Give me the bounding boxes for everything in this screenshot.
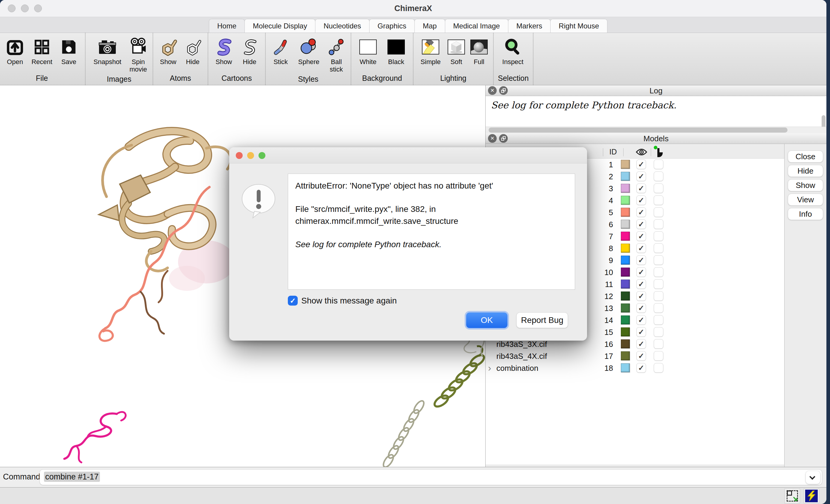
model-shown-checkbox[interactable] xyxy=(636,327,646,337)
model-selected-checkbox[interactable] xyxy=(654,171,663,181)
log-horizontal-scrollbar[interactable] xyxy=(486,127,826,133)
model-row-17[interactable]: rib43aS_4X.cif17 xyxy=(486,350,784,362)
model-selected-checkbox[interactable] xyxy=(654,267,663,277)
spin-movie-button[interactable]: Spin movie xyxy=(128,37,149,73)
model-selected-checkbox[interactable] xyxy=(654,291,663,301)
inspect-button[interactable]: Inspect xyxy=(498,37,528,66)
log-titlebar[interactable]: ✕ Log xyxy=(486,85,826,96)
model-selected-checkbox[interactable] xyxy=(654,339,663,349)
model-selected-checkbox[interactable] xyxy=(654,315,663,325)
command-history-chevron-icon[interactable] xyxy=(806,471,820,484)
tab-molecule-display[interactable]: Molecule Display xyxy=(245,19,315,33)
model-color-swatch[interactable] xyxy=(621,363,630,372)
model-shown-checkbox[interactable] xyxy=(636,363,646,373)
model-shown-checkbox[interactable] xyxy=(636,184,646,193)
model-color-swatch[interactable] xyxy=(621,315,630,324)
cartoons-show-button[interactable]: Show xyxy=(213,37,235,66)
model-selected-checkbox[interactable] xyxy=(654,363,663,373)
models-titlebar[interactable]: ✕ Models xyxy=(486,133,826,144)
save-button[interactable]: Save xyxy=(57,37,81,66)
model-color-swatch[interactable] xyxy=(621,160,630,169)
model-selected-checkbox[interactable] xyxy=(654,159,663,169)
tab-nucleotides[interactable]: Nucleotides xyxy=(315,19,369,33)
model-selected-checkbox[interactable] xyxy=(654,303,663,313)
model-shown-checkbox[interactable] xyxy=(636,291,646,301)
model-selected-checkbox[interactable] xyxy=(654,279,663,289)
model-selected-checkbox[interactable] xyxy=(654,184,663,193)
fast-mode-button[interactable] xyxy=(804,489,819,503)
model-shown-checkbox[interactable] xyxy=(636,279,646,289)
info-model-button[interactable]: Info xyxy=(788,208,823,220)
model-color-swatch[interactable] xyxy=(621,280,630,288)
tab-right-mouse[interactable]: Right Mouse xyxy=(550,19,607,33)
background-white-button[interactable]: White xyxy=(355,37,381,66)
model-color-swatch[interactable] xyxy=(621,351,630,360)
model-color-swatch[interactable] xyxy=(621,184,630,193)
ball-stick-style-button[interactable]: Ball stick xyxy=(326,37,347,73)
snapshot-button[interactable]: Snapshot xyxy=(90,37,125,66)
dialog-zoom-icon[interactable] xyxy=(258,152,265,159)
model-color-swatch[interactable] xyxy=(621,244,630,253)
model-shown-checkbox[interactable] xyxy=(636,315,646,325)
command-input[interactable]: combine #1-17 xyxy=(39,469,822,485)
tab-markers[interactable]: Markers xyxy=(508,19,551,33)
model-selected-checkbox[interactable] xyxy=(654,327,663,337)
model-shown-checkbox[interactable] xyxy=(636,351,646,360)
model-shown-checkbox[interactable] xyxy=(636,303,646,313)
model-color-swatch[interactable] xyxy=(621,172,630,181)
open-button[interactable]: Open xyxy=(3,37,27,66)
lighting-full-button[interactable]: Full xyxy=(469,37,489,66)
close-model-button[interactable]: Close xyxy=(788,151,823,162)
view-model-button[interactable]: View xyxy=(788,194,823,206)
show-again-checkbox[interactable] xyxy=(288,296,298,306)
error-dialog-titlebar[interactable] xyxy=(229,147,587,163)
tab-medical-image[interactable]: Medical Image xyxy=(445,19,508,33)
model-selected-checkbox[interactable] xyxy=(654,195,663,205)
model-selected-checkbox[interactable] xyxy=(654,231,663,241)
model-row-18[interactable]: ›combination18 xyxy=(486,362,784,374)
recent-button[interactable]: Recent xyxy=(30,37,54,66)
model-shown-checkbox[interactable] xyxy=(636,219,646,229)
model-shown-checkbox[interactable] xyxy=(636,255,646,265)
model-color-swatch[interactable] xyxy=(621,220,630,229)
ok-button[interactable]: OK xyxy=(466,312,507,328)
background-black-button[interactable]: Black xyxy=(384,37,409,66)
model-selected-checkbox[interactable] xyxy=(654,255,663,265)
show-model-button[interactable]: Show xyxy=(788,179,823,191)
model-color-swatch[interactable] xyxy=(621,232,630,241)
selection-resize-button[interactable] xyxy=(785,489,800,503)
model-selected-checkbox[interactable] xyxy=(654,351,663,360)
dialog-minimize-icon[interactable] xyxy=(247,152,254,159)
model-shown-checkbox[interactable] xyxy=(636,208,646,217)
lighting-soft-button[interactable]: Soft xyxy=(446,37,466,66)
model-color-swatch[interactable] xyxy=(621,327,630,337)
model-color-swatch[interactable] xyxy=(621,267,630,277)
expand-chevron-icon[interactable]: › xyxy=(488,363,491,374)
model-shown-checkbox[interactable] xyxy=(636,231,646,241)
model-shown-checkbox[interactable] xyxy=(636,195,646,205)
stick-style-button[interactable]: Stick xyxy=(270,37,291,66)
model-shown-checkbox[interactable] xyxy=(636,267,646,277)
column-header-id[interactable]: ID xyxy=(605,148,621,156)
model-color-swatch[interactable] xyxy=(621,208,630,217)
atoms-hide-button[interactable]: Hide xyxy=(182,37,203,66)
lighting-simple-button[interactable]: Simple xyxy=(418,37,443,66)
model-color-swatch[interactable] xyxy=(621,304,630,312)
model-color-swatch[interactable] xyxy=(621,339,630,348)
report-bug-button[interactable]: Report Bug xyxy=(516,312,568,328)
model-color-swatch[interactable] xyxy=(621,256,630,264)
model-shown-checkbox[interactable] xyxy=(636,171,646,181)
hide-model-button[interactable]: Hide xyxy=(788,165,823,177)
model-shown-checkbox[interactable] xyxy=(636,159,646,169)
selection-pointer-column-icon[interactable] xyxy=(653,146,665,160)
tab-graphics[interactable]: Graphics xyxy=(369,19,415,33)
sphere-style-button[interactable]: Sphere xyxy=(294,37,323,66)
atoms-show-button[interactable]: Show xyxy=(157,37,179,66)
eye-visibility-column-icon[interactable] xyxy=(636,148,647,157)
model-shown-checkbox[interactable] xyxy=(636,243,646,253)
model-selected-checkbox[interactable] xyxy=(654,219,663,229)
model-color-swatch[interactable] xyxy=(621,196,630,205)
model-selected-checkbox[interactable] xyxy=(654,243,663,253)
log-content[interactable]: See log for complete Python traceback. xyxy=(486,96,826,127)
tab-map[interactable]: Map xyxy=(414,19,445,33)
